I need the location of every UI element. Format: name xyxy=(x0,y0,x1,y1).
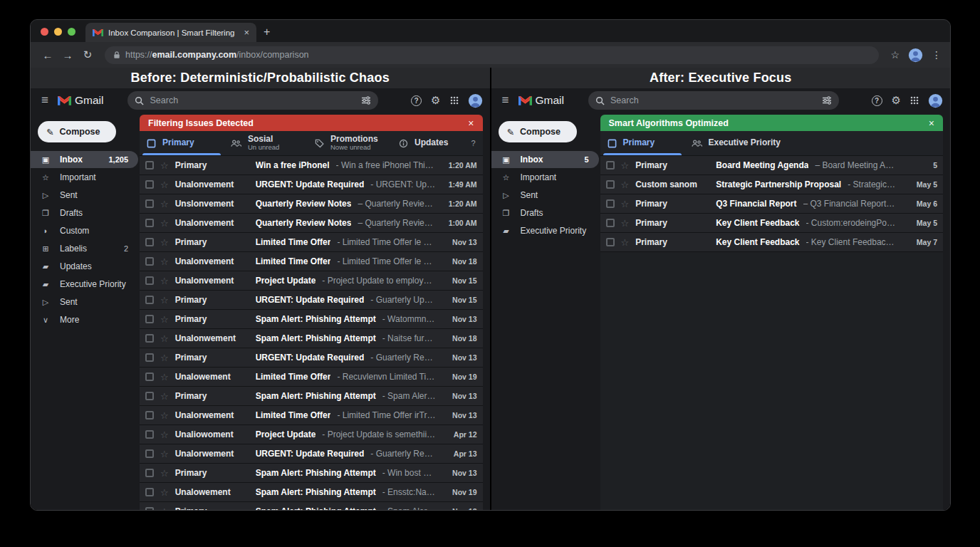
sidebar-item-drafts[interactable]: ❐ Drafts xyxy=(31,204,138,222)
account-avatar[interactable] xyxy=(468,93,483,108)
account-avatar[interactable] xyxy=(928,93,943,108)
email-checkbox[interactable] xyxy=(606,180,615,189)
mail-tab-primary[interactable]: Primary xyxy=(600,131,684,155)
star-icon[interactable]: ☆ xyxy=(160,296,169,305)
apps-grid-icon[interactable] xyxy=(450,96,459,105)
email-checkbox[interactable] xyxy=(145,296,154,304)
email-checkbox[interactable] xyxy=(606,161,615,170)
email-checkbox[interactable] xyxy=(606,199,615,208)
star-icon[interactable]: ☆ xyxy=(621,161,630,170)
star-icon[interactable]: ☆ xyxy=(160,430,169,439)
email-row[interactable]: ☆ Primary Key Client Feedback - Custom:e… xyxy=(600,214,944,233)
email-row[interactable]: ☆ Unalonvement Limited Time Offer - Limi… xyxy=(140,252,483,271)
browser-tab[interactable]: Inbox Comparison | Smart Filtering × xyxy=(85,23,256,42)
email-row[interactable]: ☆ Unalonvement URGENT: Update Required -… xyxy=(140,175,483,194)
star-icon[interactable]: ☆ xyxy=(160,161,169,170)
search-options-icon[interactable] xyxy=(361,96,371,105)
email-checkbox[interactable] xyxy=(145,411,154,420)
email-row[interactable]: ☆ Custom sanom Strategic Partnership Pro… xyxy=(600,175,944,194)
email-checkbox[interactable] xyxy=(145,449,154,458)
star-icon[interactable]: ☆ xyxy=(160,276,169,286)
star-icon[interactable]: ☆ xyxy=(160,219,169,228)
email-checkbox[interactable] xyxy=(145,488,154,496)
back-icon[interactable]: ← xyxy=(39,49,56,61)
sidebar-item-sent[interactable]: ▷ Sent xyxy=(491,187,599,204)
close-window-button[interactable] xyxy=(41,28,48,36)
sidebar-item-executive-priority[interactable]: ▰ Executive Priority xyxy=(31,276,138,293)
forward-icon[interactable]: → xyxy=(59,49,76,61)
email-row[interactable]: ☆ Unalowement Spam Alert: Phishing Attem… xyxy=(140,483,483,502)
address-bar[interactable]: https://email.company.com/inbox/comparis… xyxy=(105,46,879,64)
email-checkbox[interactable] xyxy=(145,238,154,246)
email-row[interactable]: ☆ Primary Win a free iPhonel - Win a fre… xyxy=(140,156,483,175)
email-checkbox[interactable] xyxy=(145,392,154,400)
email-row[interactable]: ☆ Primary Spam Alert: Phishing Attempt -… xyxy=(140,387,483,406)
email-row[interactable]: ☆ Unalorwement Limited Time Offer - Limi… xyxy=(140,406,483,425)
email-checkbox[interactable] xyxy=(145,199,154,208)
email-row[interactable]: ☆ Unalorwement URGENT: Update Required -… xyxy=(140,444,483,464)
email-checkbox[interactable] xyxy=(145,430,154,439)
star-icon[interactable]: ☆ xyxy=(160,488,169,497)
email-checkbox[interactable] xyxy=(145,373,154,381)
star-icon[interactable]: ☆ xyxy=(160,373,169,382)
help-icon[interactable]: ? xyxy=(872,95,882,106)
reload-icon[interactable]: ↻ xyxy=(79,48,96,61)
sidebar-item-custom[interactable]: ◗ Custom xyxy=(31,222,138,239)
banner-close-icon[interactable]: × xyxy=(468,118,474,129)
star-icon[interactable]: ☆ xyxy=(160,449,169,459)
sidebar-item-labelis[interactable]: ⊞ Labelis 2 xyxy=(31,240,138,257)
star-icon[interactable]: ☆ xyxy=(621,238,630,247)
bookmark-star-icon[interactable]: ☆ xyxy=(890,50,900,60)
apps-grid-icon[interactable] xyxy=(910,96,919,105)
email-checkbox[interactable] xyxy=(145,353,154,362)
search-input[interactable]: Search xyxy=(127,91,378,110)
star-icon[interactable]: ☆ xyxy=(621,199,630,209)
star-icon[interactable]: ☆ xyxy=(160,507,169,511)
sidebar-item-sent[interactable]: ▷ Sent xyxy=(31,187,138,204)
email-row[interactable]: ☆ Unalonvement Project Update - Project … xyxy=(140,271,483,291)
email-checkbox[interactable] xyxy=(145,161,154,170)
star-icon[interactable]: ☆ xyxy=(160,411,169,420)
star-icon[interactable]: ☆ xyxy=(160,392,169,401)
mail-tab-updates[interactable]: Updates xyxy=(392,131,476,155)
hamburger-menu-icon[interactable]: ≡ xyxy=(499,93,513,108)
email-row[interactable]: ☆ Primary Spam Alert: Phishing Attempt -… xyxy=(140,464,483,483)
banner-close-icon[interactable]: × xyxy=(929,118,934,129)
star-icon[interactable]: ☆ xyxy=(160,315,169,324)
email-row[interactable]: ☆ Unalonvement Quarterly Review Notes – … xyxy=(140,214,483,233)
email-row[interactable]: ☆ Primary Board Meeting Agenda – Board M… xyxy=(600,156,944,175)
star-icon[interactable]: ☆ xyxy=(160,199,169,209)
email-checkbox[interactable] xyxy=(145,276,154,285)
sidebar-item-sent[interactable]: ▷ Sent xyxy=(31,293,138,311)
email-checkbox[interactable] xyxy=(606,238,615,246)
star-icon[interactable]: ☆ xyxy=(160,238,169,247)
email-checkbox[interactable] xyxy=(145,180,154,189)
settings-gear-icon[interactable]: ⚙ xyxy=(431,94,440,107)
email-checkbox[interactable] xyxy=(145,469,154,477)
email-checkbox[interactable] xyxy=(145,507,154,510)
email-row[interactable]: ☆ Primary Key Client Feedback - Key Clie… xyxy=(600,233,944,252)
sidebar-item-inbox[interactable]: ▣ Inbox 1,205 xyxy=(31,151,138,168)
email-checkbox[interactable] xyxy=(145,315,154,323)
sidebar-item-inbox[interactable]: ▣ Inbox 5 xyxy=(491,151,599,168)
sidebar-item-executive-priority[interactable]: ▰ Executive Priority xyxy=(491,222,599,239)
close-tab-icon[interactable]: × xyxy=(244,27,249,38)
email-row[interactable]: ☆ Primary URGENT: Update Required - Guar… xyxy=(140,291,483,310)
sidebar-item-more[interactable]: ∨ More xyxy=(31,311,138,328)
mail-tab-promotions[interactable]: Promotions Nowe unread xyxy=(308,131,392,155)
email-row[interactable]: ☆ Unalowement Limited Time Offer - Recuv… xyxy=(140,368,483,387)
compose-button[interactable]: ✎ Compose xyxy=(38,121,116,142)
settings-gear-icon[interactable]: ⚙ xyxy=(892,94,901,107)
email-checkbox[interactable] xyxy=(145,219,154,227)
email-row[interactable]: ☆ Primary URGENT: Update Required - Guar… xyxy=(140,348,483,368)
star-icon[interactable]: ☆ xyxy=(621,180,630,189)
star-icon[interactable]: ☆ xyxy=(160,353,169,363)
star-icon[interactable]: ☆ xyxy=(160,180,169,189)
hamburger-menu-icon[interactable]: ≡ xyxy=(38,93,52,108)
email-row[interactable]: ☆ Unaliowoment Project Update - Project … xyxy=(140,425,483,444)
email-row[interactable]: ☆ Primary Q3 Financial Report – Q3 Finan… xyxy=(600,194,944,214)
email-row[interactable]: ☆ Primary Spam Alert: Phishing Attempt -… xyxy=(140,310,483,329)
profile-avatar[interactable] xyxy=(908,48,923,63)
email-row[interactable]: ☆ Unalonwement Spam Alert: Phishing Atte… xyxy=(140,329,483,348)
star-icon[interactable]: ☆ xyxy=(160,334,169,343)
